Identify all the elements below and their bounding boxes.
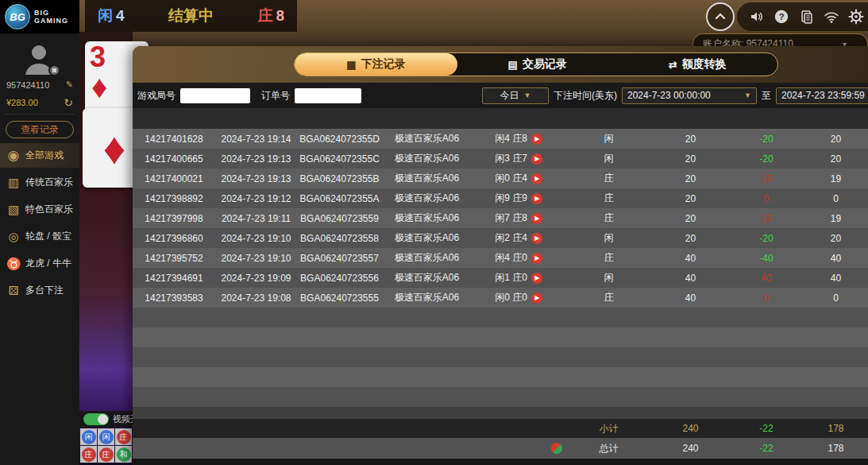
replay-button[interactable]: ▶ bbox=[531, 253, 542, 264]
sidebar-menu-item[interactable]: ▧ 特色百家乐 bbox=[0, 197, 79, 222]
replay-button[interactable]: ▶ bbox=[531, 273, 542, 284]
cards-icon: ▥ bbox=[6, 176, 21, 190]
sidebar-menu-item[interactable]: ◉ 全部游戏 bbox=[0, 143, 79, 168]
replay-button[interactable]: ▶ bbox=[531, 213, 542, 224]
table-body: 14217401628 2024-7-23 19:14 BGA062407235… bbox=[133, 129, 868, 407]
rolling-cell: 0 bbox=[804, 293, 868, 304]
records-icon[interactable] bbox=[797, 6, 817, 27]
bet-time-cell: 2024-7-23 19:08 bbox=[215, 293, 297, 304]
replay-button[interactable]: ▶ bbox=[531, 233, 542, 244]
filter-row: 游戏局号 订单号 今日 ▼ 下注时间(美东) 2024-7-23 00:00:0… bbox=[133, 83, 868, 108]
banker-score: 庄8 bbox=[257, 6, 284, 26]
edit-nickname-icon[interactable]: ✎ bbox=[66, 79, 73, 90]
game-round-input[interactable] bbox=[180, 88, 250, 103]
panel-tab[interactable]: ▦ 下注记录 bbox=[295, 53, 457, 76]
table-row: 14217394691 2024-7-23 19:09 BGA062407235… bbox=[133, 268, 868, 288]
sidebar-menu-item[interactable]: ♉ 龙虎 / 牛牛 bbox=[0, 251, 79, 276]
order-no-input[interactable] bbox=[295, 88, 361, 103]
replay-button[interactable]: ▶ bbox=[531, 153, 542, 165]
game-round-cell: BGA06240723558 bbox=[297, 233, 382, 244]
end-time-select[interactable]: 2024-7-23 23:59:59 ▼ bbox=[776, 87, 868, 104]
replay-button[interactable]: ▶ bbox=[531, 193, 542, 204]
help-icon[interactable]: ? bbox=[771, 6, 792, 27]
game-type-cell: 极速百家乐A06 bbox=[382, 231, 472, 245]
bet-time-cell: 2024-7-23 19:10 bbox=[215, 233, 297, 244]
game-round-cell: BGA06240723557 bbox=[297, 253, 382, 264]
sidebar: BG BIGGAMING 957424110 ✎ ¥283.00 ↻ 查看记录 … bbox=[0, 0, 79, 465]
order-no-cell: 14217395752 bbox=[133, 253, 215, 264]
subtotal-label: 小计 bbox=[565, 422, 652, 436]
svg-text:?: ? bbox=[779, 12, 785, 21]
total-bet-cell: 20 bbox=[652, 134, 729, 145]
wifi-icon[interactable] bbox=[821, 6, 842, 27]
subtotal-bet: 240 bbox=[652, 423, 729, 434]
sidebar-menu: ◉ 全部游戏 ▥ 传统百家乐 ▧ 特色百家乐 ◎ 轮盘 / 骰宝 ♉ 龙虎 / … bbox=[0, 143, 79, 303]
empty-table-row bbox=[133, 347, 868, 367]
tab-label: 额度转换 bbox=[682, 57, 727, 72]
bet-records-panel: ▦ 下注记录 ▤ 交易记录 ⇄ 额度转换 游戏局号 订单号 今日 ▼ 下注时间(… bbox=[133, 46, 868, 465]
game-round-cell: BGA06240723555 bbox=[297, 293, 382, 304]
total-row: 总计 240 -22 178 bbox=[133, 438, 868, 459]
sidebar-item-label: 龙虎 / 牛牛 bbox=[25, 257, 71, 270]
order-no-cell: 14217396860 bbox=[133, 233, 215, 244]
roulette-icon: ◎ bbox=[6, 230, 21, 244]
road-toggle-icon[interactable] bbox=[551, 443, 562, 454]
card-icon: ▧ bbox=[6, 203, 21, 217]
rolling-cell: 19 bbox=[804, 173, 868, 184]
panel-header: ▦ 下注记录 ▤ 交易记录 ⇄ 额度转换 bbox=[133, 46, 868, 83]
sidebar-menu-item[interactable]: ▥ 传统百家乐 bbox=[0, 170, 79, 195]
replay-button[interactable]: ▶ bbox=[531, 134, 542, 145]
order-no-cell: 14217400021 bbox=[133, 173, 215, 184]
topbar-icon-group: ? bbox=[737, 2, 868, 31]
tab-label: 下注记录 bbox=[361, 57, 406, 72]
total-bet-cell: 20 bbox=[652, 193, 729, 204]
start-time-select[interactable]: 2024-7-23 00:00:00 ▼ bbox=[622, 87, 757, 104]
panel-tab[interactable]: ⇄ 额度转换 bbox=[618, 53, 778, 76]
result-cell: 闲7 庄8 ▶ bbox=[472, 211, 565, 225]
date-range-select[interactable]: 今日 ▼ bbox=[482, 87, 549, 104]
speaker-icon[interactable] bbox=[746, 6, 767, 27]
refresh-balance-icon[interactable]: ↻ bbox=[64, 96, 73, 109]
video-toggle[interactable] bbox=[83, 413, 109, 425]
result-cell: 闲9 庄9 ▶ bbox=[472, 192, 565, 205]
win-loss-cell: -40 bbox=[729, 253, 804, 264]
game-type-cell: 极速百家乐A06 bbox=[382, 172, 472, 185]
sidebar-menu-item[interactable]: ◎ 轮盘 / 骰宝 bbox=[0, 224, 79, 249]
sidebar-menu-item[interactable]: ⚄ 多台下注 bbox=[0, 278, 79, 303]
bead-cell: 庄 bbox=[98, 446, 114, 463]
win-loss-cell: 19 bbox=[729, 173, 804, 184]
tab-icon: ⇄ bbox=[669, 59, 677, 71]
panel-bottom-pad bbox=[133, 459, 868, 465]
total-label: 总计 bbox=[565, 442, 652, 455]
tab-icon: ▤ bbox=[508, 59, 518, 71]
rolling-cell: 20 bbox=[804, 233, 868, 244]
replay-button[interactable]: ▶ bbox=[531, 293, 542, 304]
play-type-cell: 庄 bbox=[565, 211, 652, 225]
order-no-cell: 14217397998 bbox=[133, 213, 215, 224]
collapse-up-button[interactable] bbox=[706, 2, 735, 31]
panel-tab[interactable]: ▤ 交易记录 bbox=[457, 53, 618, 76]
rolling-cell: 40 bbox=[804, 273, 868, 284]
bet-time-cell: 2024-7-23 19:10 bbox=[215, 253, 297, 264]
empty-table-row bbox=[133, 327, 868, 347]
replay-button[interactable]: ▶ bbox=[531, 173, 542, 184]
sidebar-item-label: 特色百家乐 bbox=[25, 203, 73, 216]
result-cell: 闲4 庄0 ▶ bbox=[472, 251, 565, 265]
user-id: 957424110 bbox=[6, 80, 49, 90]
game-round-cell: BGA06240723556 bbox=[297, 273, 382, 284]
view-records-button[interactable]: 查看记录 bbox=[6, 121, 74, 138]
bg-logo-icon: BG bbox=[5, 4, 30, 29]
order-no-cell: 14217393583 bbox=[133, 293, 215, 304]
win-loss-cell: 19 bbox=[729, 213, 804, 224]
table-row: 14217396860 2024-7-23 19:10 BGA062407235… bbox=[133, 228, 868, 248]
sidebar-item-label: 全部游戏 bbox=[25, 149, 64, 162]
round-status: 结算中 bbox=[168, 6, 214, 26]
chevron-up-icon bbox=[714, 10, 727, 23]
rolling-cell: 40 bbox=[804, 253, 868, 264]
order-no-cell: 14217394691 bbox=[133, 273, 215, 284]
settings-icon[interactable] bbox=[846, 6, 866, 27]
game-type-cell: 极速百家乐A06 bbox=[382, 291, 472, 304]
bet-time-cell: 2024-7-23 19:13 bbox=[215, 153, 297, 165]
play-type-cell: 庄 bbox=[565, 251, 652, 265]
game-round-cell: BGA0624072355D bbox=[297, 134, 382, 145]
